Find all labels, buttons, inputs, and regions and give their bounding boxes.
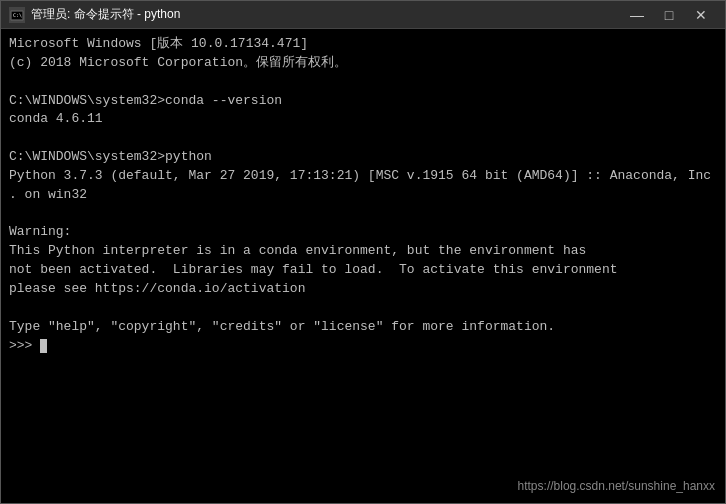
terminal-line [9,73,717,92]
terminal-prompt-line: >>> [9,337,717,356]
terminal-body[interactable]: Microsoft Windows [版本 10.0.17134.471] (c… [1,29,725,503]
terminal-line [9,299,717,318]
terminal-line: (c) 2018 Microsoft Corporation。保留所有权利。 [9,54,717,73]
prompt-text: >>> [9,337,40,356]
terminal-line: . on win32 [9,186,717,205]
terminal-line-warning: not been activated. Libraries may fail t… [9,261,717,280]
svg-text:C:\: C:\ [13,12,22,18]
cursor-blink [40,339,47,353]
terminal-line-warning: Warning: [9,223,717,242]
terminal-line: Type "help", "copyright", "credits" or "… [9,318,717,337]
app-icon: C:\ [9,7,25,23]
title-bar: C:\ 管理员: 命令提示符 - python — □ ✕ [1,1,725,29]
window-controls: — □ ✕ [621,1,717,29]
minimize-button[interactable]: — [621,1,653,29]
close-button[interactable]: ✕ [685,1,717,29]
terminal-line: C:\WINDOWS\system32>python [9,148,717,167]
terminal-line: C:\WINDOWS\system32>conda --version [9,92,717,111]
cmd-window: C:\ 管理员: 命令提示符 - python — □ ✕ Microsoft … [0,0,726,504]
terminal-line: conda 4.6.11 [9,110,717,129]
terminal-line [9,205,717,224]
watermark-text: https://blog.csdn.net/sunshine_hanxx [518,478,715,495]
terminal-line [9,129,717,148]
title-text: 管理员: 命令提示符 - python [31,6,621,23]
terminal-line-warning: This Python interpreter is in a conda en… [9,242,717,261]
terminal-line: Python 3.7.3 (default, Mar 27 2019, 17:1… [9,167,717,186]
maximize-button[interactable]: □ [653,1,685,29]
terminal-line: Microsoft Windows [版本 10.0.17134.471] [9,35,717,54]
terminal-line-warning: please see https://conda.io/activation [9,280,717,299]
